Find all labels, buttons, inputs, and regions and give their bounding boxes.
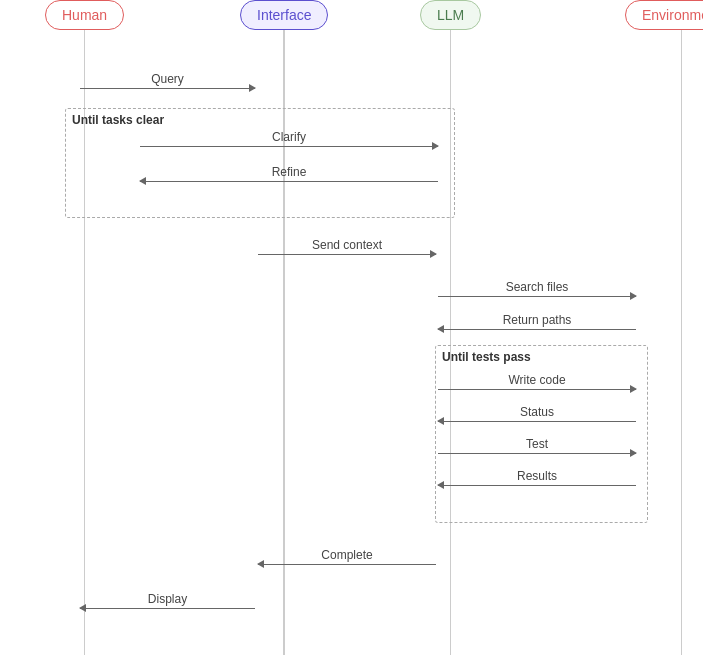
actor-interface: Interface [240,0,328,30]
message-status-arrow [438,421,636,422]
lifeline-environment: Environment [625,0,703,655]
message-query-arrow [80,88,255,89]
message-display: Display [80,592,255,609]
message-send-context-arrow [258,254,436,255]
actor-llm: LLM [420,0,481,30]
message-query-label: Query [151,72,184,86]
message-return-paths-label: Return paths [503,313,572,327]
message-refine-arrow [140,181,438,182]
loop-until-tasks-clear-label: Until tasks clear [72,113,164,127]
message-write-code-arrow [438,389,636,390]
message-display-arrow [80,608,255,609]
loop-until-tests-pass: Until tests pass [435,345,648,523]
message-refine-label: Refine [272,165,307,179]
message-search-files: Search files [438,280,636,297]
loop-until-tests-pass-label: Until tests pass [442,350,531,364]
message-send-context: Send context [258,238,436,255]
message-query: Query [80,72,255,89]
message-clarify-label: Clarify [272,130,306,144]
loop-until-tasks-clear: Until tasks clear [65,108,455,218]
lifeline-environment-line [681,30,683,655]
message-write-code: Write code [438,373,636,390]
lifeline-human: Human [45,0,124,655]
message-return-paths-arrow [438,329,636,330]
message-search-files-label: Search files [506,280,569,294]
message-clarify: Clarify [140,130,438,147]
message-write-code-label: Write code [508,373,565,387]
message-clarify-arrow [140,146,438,147]
message-search-files-arrow [438,296,636,297]
message-results-arrow [438,485,636,486]
sequence-diagram: Human Interface LLM Environment Until ta… [0,0,703,655]
message-send-context-label: Send context [312,238,382,252]
message-results-label: Results [517,469,557,483]
message-status-label: Status [520,405,554,419]
actor-human: Human [45,0,124,30]
message-return-paths: Return paths [438,313,636,330]
message-display-label: Display [148,592,187,606]
message-test: Test [438,437,636,454]
message-status: Status [438,405,636,422]
message-test-arrow [438,453,636,454]
message-results: Results [438,469,636,486]
message-refine: Refine [140,165,438,182]
actor-environment: Environment [625,0,703,30]
message-complete: Complete [258,548,436,565]
message-complete-label: Complete [321,548,372,562]
message-complete-arrow [258,564,436,565]
message-test-label: Test [526,437,548,451]
